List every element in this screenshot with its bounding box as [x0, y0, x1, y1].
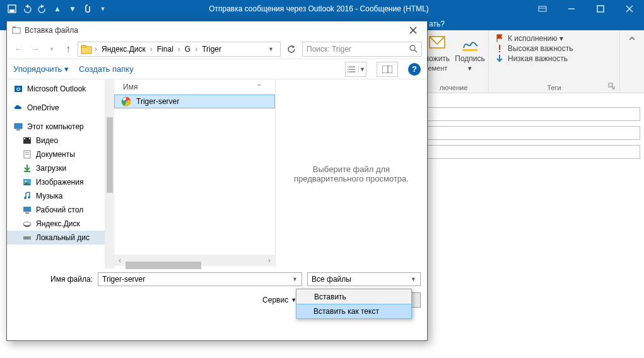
dialog-nav: ← → ▼ ↑ › Яндекс.Диск› Final› G› Triger …	[7, 39, 427, 59]
new-folder-button[interactable]: Создать папку	[79, 64, 134, 74]
dropdown-item-insert-as-text[interactable]: Вставить как текст	[296, 304, 412, 319]
chevron-down-icon: ▼	[411, 276, 416, 282]
svg-text:O: O	[16, 86, 20, 92]
filename-label: Имя файла:	[13, 275, 93, 284]
attach-item-button[interactable]: ложить лемент ▾	[424, 33, 450, 80]
insert-dropdown-menu: Вставить Вставить как текст	[296, 289, 412, 319]
dialog-title: Вставка файла	[25, 26, 78, 35]
forward-button[interactable]: →	[28, 42, 42, 56]
filetype-dropdown[interactable]: Все файлы ▼	[307, 272, 421, 286]
chevron-down-icon[interactable]: ▼	[66, 2, 79, 16]
svg-point-25	[348, 69, 348, 70]
svg-rect-44	[23, 207, 31, 212]
tree-item[interactable]: Загрузки	[7, 161, 105, 175]
tree-item[interactable]: Видео	[7, 134, 105, 147]
filename-input[interactable]: Triger-server ▼	[98, 272, 302, 286]
ribbon-tags-group: К исполнению ▾ Высокая важность Низкая в…	[489, 30, 620, 93]
chrome-icon	[121, 96, 131, 107]
svg-rect-14	[13, 26, 16, 28]
recent-chevron-icon[interactable]: ▼	[45, 42, 59, 56]
search-input[interactable]: Поиск: Triger	[302, 42, 422, 57]
ribbon-collapse-icon[interactable]	[620, 30, 644, 93]
svg-rect-2	[539, 6, 546, 11]
tree-item[interactable]: Рабочий стол	[7, 203, 105, 217]
redo-icon[interactable]	[35, 2, 49, 16]
file-row[interactable]: Triger-server	[114, 95, 275, 108]
subject-field[interactable]	[419, 145, 640, 159]
svg-rect-13	[13, 28, 20, 33]
breadcrumb-item[interactable]: Яндекс.Диск	[100, 45, 148, 54]
back-button[interactable]: ←	[12, 42, 26, 56]
tree-scrollbar[interactable]	[105, 79, 114, 268]
maximize-button[interactable]	[586, 0, 615, 18]
dialog-close-button[interactable]	[404, 21, 422, 39]
tree-item[interactable]: OMicrosoft Outlook	[7, 82, 105, 96]
help-button[interactable]: ?	[408, 63, 421, 76]
pc-icon	[13, 122, 23, 132]
tree-item[interactable]: Локальный дис	[7, 231, 105, 245]
filename-history-icon[interactable]: ▼	[292, 276, 298, 282]
cc-field[interactable]	[419, 126, 640, 140]
service-menu[interactable]: Сервис▼	[262, 296, 296, 304]
up-button[interactable]: ↑	[61, 42, 75, 56]
horizontal-scrollbar[interactable]: ‹›	[114, 255, 275, 266]
preview-pane: Выберите файл для предварительного просм…	[276, 79, 427, 268]
ribbon-options-icon[interactable]	[528, 0, 557, 18]
svg-point-43	[28, 196, 30, 199]
minimize-button[interactable]	[557, 0, 586, 18]
paperclip-icon[interactable]	[81, 2, 95, 16]
svg-point-24	[348, 66, 348, 67]
signature-button[interactable]: Подпись ▾	[457, 33, 483, 72]
undo-icon[interactable]	[20, 2, 34, 16]
folder-icon	[81, 43, 92, 55]
tree-item[interactable]: Музыка	[7, 189, 105, 203]
svg-rect-45	[25, 212, 29, 214]
breadcrumb[interactable]: › Яндекс.Диск› Final› G› Triger ▼	[78, 42, 281, 57]
svg-rect-17	[81, 47, 91, 54]
ribbon-include-group: ложить лемент ▾ Подпись ▾ лючение	[419, 30, 489, 93]
svg-line-20	[414, 50, 417, 52]
tree-item[interactable]: Документы	[7, 147, 105, 161]
dialog-launcher-icon[interactable]	[608, 83, 616, 90]
breadcrumb-item[interactable]: Triger	[200, 45, 223, 54]
dialog-icon	[12, 26, 21, 35]
svg-rect-34	[24, 138, 25, 139]
tree-item[interactable]: OneDrive	[7, 101, 105, 115]
svg-rect-9	[462, 49, 477, 51]
to-field[interactable]	[419, 107, 640, 121]
refresh-button[interactable]	[283, 42, 300, 57]
svg-rect-27	[382, 66, 392, 73]
ribbon-group-label: Теги	[489, 84, 619, 91]
save-icon[interactable]	[5, 2, 19, 16]
tree-item[interactable]: Яндекс.Диск	[7, 217, 105, 231]
organize-menu[interactable]: Упорядочить ▾	[13, 64, 69, 74]
low-importance-button[interactable]: Низкая важность	[495, 54, 613, 63]
desktop-icon	[22, 205, 32, 215]
breadcrumb-item[interactable]: G	[183, 45, 192, 54]
close-button[interactable]	[615, 0, 644, 18]
tree-item[interactable]: Этот компьютер	[7, 120, 105, 134]
dropdown-item-insert[interactable]: Вставить	[296, 289, 411, 304]
dialog-toolbar: Упорядочить ▾ Создать папку ▼ ?	[7, 59, 427, 79]
svg-point-19	[410, 45, 415, 50]
dialog-titlebar: Вставка файла	[7, 21, 427, 39]
ribbon-group-label: лючение	[440, 84, 468, 91]
chevron-up-down-icon[interactable]: ▲	[50, 2, 64, 16]
breadcrumb-item[interactable]: Final	[155, 45, 175, 54]
svg-point-47	[23, 222, 31, 226]
dialog-body: OMicrosoft OutlookOneDriveЭтот компьютер…	[7, 79, 427, 268]
qat-more-icon[interactable]: ▼	[96, 2, 110, 16]
preview-pane-button[interactable]	[377, 62, 398, 77]
tree-item[interactable]: Изображения	[7, 175, 105, 189]
column-header[interactable]: Имя ⌃	[114, 79, 275, 95]
view-mode-button[interactable]: ▼	[345, 62, 366, 77]
outlook-icon: O	[13, 84, 23, 94]
high-importance-button[interactable]: Высокая важность	[495, 44, 613, 53]
followup-button[interactable]: К исполнению ▾	[495, 34, 613, 43]
ydisk-icon	[22, 219, 32, 229]
breadcrumb-history-icon[interactable]: ▼	[268, 46, 278, 52]
file-list: Имя ⌃ Triger-server ‹›	[114, 79, 276, 268]
svg-rect-18	[81, 45, 86, 47]
svg-rect-5	[597, 6, 604, 12]
sort-chevron-icon: ⌃	[256, 83, 275, 91]
